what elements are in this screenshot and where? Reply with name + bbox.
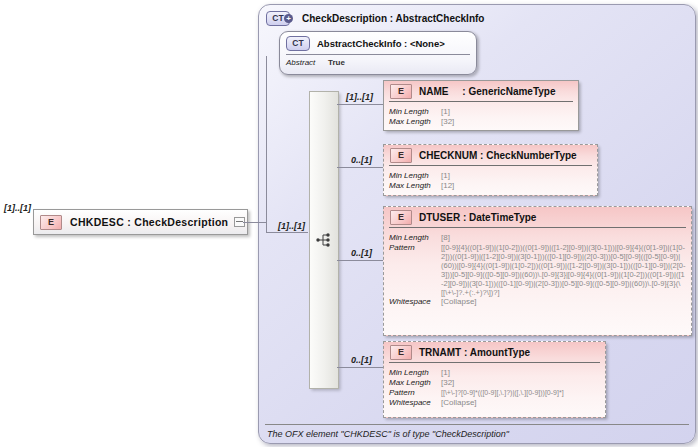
facet-value-pattern: [[0-9]{4}((0[1-9])|(1[0-2]))((0[1-9])|([…	[441, 243, 686, 297]
facet-value: [12]	[441, 181, 454, 191]
facet-name: Max Length	[389, 117, 441, 127]
element-title: NAME : GenericNameType	[419, 86, 556, 97]
facet-value: True	[328, 58, 345, 67]
element-icon: E	[390, 148, 412, 163]
facet-name: Min Length	[389, 368, 441, 378]
footnote-separator	[265, 424, 689, 425]
connector-line	[337, 260, 383, 261]
connector-line	[266, 56, 267, 233]
source-cardinality-label: [1]..[1]	[4, 203, 31, 213]
facet-name: Min Length	[389, 107, 441, 117]
facet-list: Min Length [1] Max Length [32]	[384, 102, 578, 130]
complex-type-plus-icon: CT +	[266, 11, 290, 26]
base-type-box[interactable]: CT AbstractCheckInfo : <None> Abstract T…	[279, 31, 477, 75]
facet-row: Abstract True	[280, 55, 476, 70]
source-element-title: CHKDESC : CheckDescription	[70, 216, 228, 228]
facet-name: Min Length	[389, 233, 441, 243]
facet-value-pattern: [[\+\-]?[0-9]*(([0-9][,\.]?)|([,\.][0-9]…	[441, 388, 564, 398]
element-box-dtuser[interactable]: E DTUSER : DateTimeType Min Length [8] P…	[383, 206, 692, 336]
element-header: E DTUSER : DateTimeType	[384, 207, 691, 226]
facet-name: Max Length	[389, 378, 441, 388]
connector-line	[337, 104, 383, 105]
facet-row: Min Length [1]	[389, 368, 600, 378]
facet-value: [32]	[441, 378, 454, 388]
complex-type-title: CheckDescription : AbstractCheckInfo	[302, 13, 484, 24]
facet-value: [8]	[441, 233, 450, 243]
facet-row: Whitespace [Collapse]	[389, 398, 600, 408]
facet-value: [1]	[441, 368, 450, 378]
facet-value: [Collapse]	[441, 398, 477, 408]
element-title: TRNAMT : AmountType	[419, 347, 530, 358]
facet-list: Min Length [8] Pattern [[0-9]{4}((0[1-9]…	[384, 228, 691, 310]
ct-icon-label: CT	[272, 13, 283, 23]
facet-name: Max Length	[389, 181, 441, 191]
element-icon: E	[390, 210, 412, 225]
facet-row: Min Length [1]	[389, 107, 573, 117]
facet-name: Abstract	[286, 58, 328, 67]
cardinality-label-trnamt: 0..[1]	[351, 355, 372, 365]
cardinality-label-checknum: 0..[1]	[351, 155, 372, 165]
sequence-compositor-bar[interactable]	[309, 91, 339, 389]
facet-row: Max Length [32]	[389, 378, 600, 388]
facet-row: Max Length [12]	[389, 181, 592, 191]
facet-row: Pattern [[0-9]{4}((0[1-9])|(1[0-2]))((0[…	[389, 243, 686, 297]
facet-list: Min Length [1] Max Length [32] Pattern […	[384, 363, 605, 411]
element-title: DTUSER : DateTimeType	[419, 212, 536, 223]
facet-list: Min Length [1] Max Length [12]	[384, 166, 597, 194]
facet-name: Min Length	[389, 171, 441, 181]
facet-name: Whitespace	[389, 398, 441, 408]
base-type-header: CT AbstractCheckInfo : <None>	[280, 32, 476, 53]
cardinality-label-dtuser: 0..[1]	[351, 248, 372, 258]
complex-type-icon: CT	[286, 36, 310, 51]
element-box-name[interactable]: E NAME : GenericNameType Min Length [1] …	[383, 80, 579, 131]
plus-icon: +	[284, 14, 293, 23]
element-box-checknum[interactable]: E CHECKNUM : CheckNumberType Min Length …	[383, 144, 598, 196]
facet-name: Whitespace	[389, 297, 441, 307]
complex-type-header: CT + CheckDescription : AbstractCheckInf…	[266, 11, 484, 26]
facet-row: Whitespace [Collapse]	[389, 297, 686, 307]
element-icon: E	[390, 84, 412, 99]
footnote-text: The OFX element "CHKDESC" is of type "Ch…	[267, 429, 509, 439]
element-icon: E	[40, 215, 62, 230]
base-type-title: AbstractCheckInfo : <None>	[317, 38, 445, 49]
element-title: CHECKNUM : CheckNumberType	[419, 150, 577, 161]
facet-row: Max Length [32]	[389, 117, 573, 127]
connector-line	[337, 367, 383, 368]
facet-row: Min Length [8]	[389, 233, 686, 243]
facet-row: Pattern [[\+\-]?[0-9]*(([0-9][,\.]?)|([,…	[389, 388, 600, 398]
source-element-box[interactable]: E CHKDESC : CheckDescription	[33, 209, 248, 235]
element-box-trnamt[interactable]: E TRNAMT : AmountType Min Length [1] Max…	[383, 341, 606, 418]
connector-line	[266, 232, 308, 233]
facet-value: [1]	[441, 171, 450, 181]
facet-value: [Collapse]	[441, 297, 477, 307]
sequence-icon	[315, 232, 333, 252]
facet-name: Pattern	[389, 388, 441, 398]
sequence-cardinality-label: [1]..[1]	[278, 221, 305, 231]
element-header: E NAME : GenericNameType	[384, 81, 578, 100]
facet-name: Pattern	[389, 243, 441, 297]
element-header: E TRNAMT : AmountType	[384, 342, 605, 361]
facet-value: [1]	[441, 107, 450, 117]
element-icon: E	[390, 345, 412, 360]
complex-type-container[interactable]: CT + CheckDescription : AbstractCheckInf…	[258, 4, 696, 444]
element-header: E CHECKNUM : CheckNumberType	[384, 145, 597, 164]
connector-line	[337, 167, 383, 168]
facet-row: Min Length [1]	[389, 171, 592, 181]
cardinality-label-name: [1]..[1]	[346, 92, 373, 102]
connector-line	[243, 222, 267, 223]
facet-value: [32]	[441, 117, 454, 127]
xsd-diagram: [1]..[1] E CHKDESC : CheckDescription CT…	[0, 0, 698, 447]
